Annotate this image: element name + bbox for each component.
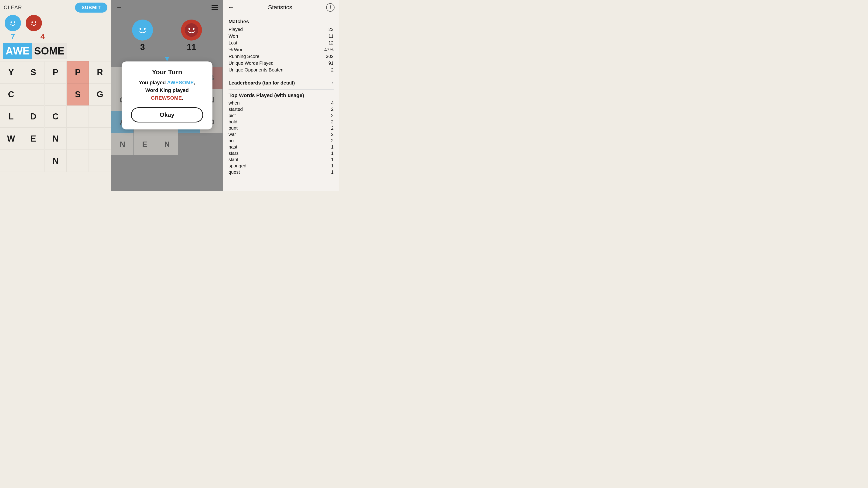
cell-2-2[interactable]: C <box>44 105 67 128</box>
word-bold: bold 2 <box>228 119 334 125</box>
hamburger-menu[interactable] <box>212 5 218 10</box>
stats-header: ← Statistics i <box>223 0 339 15</box>
mid-player2: 11 <box>181 20 202 52</box>
stats-title: Statistics <box>268 4 292 11</box>
cell-3-4[interactable] <box>89 128 111 150</box>
player1-avatar <box>5 15 21 31</box>
dialog-played2: played <box>171 87 189 93</box>
svg-point-7 <box>140 28 142 30</box>
word-nast: nast 1 <box>228 144 334 150</box>
word-slant: slant 1 <box>228 157 334 163</box>
word-sponged: sponged 1 <box>228 163 334 169</box>
top-words-title: Top Words Played (with usage) <box>228 92 334 98</box>
cell-1-1[interactable] <box>22 83 44 105</box>
cell-1-0[interactable]: C <box>0 83 22 105</box>
top-bar: CLEAR SUBMIT <box>0 0 111 15</box>
leaderboards-row[interactable]: Leaderboards (tap for detail) › <box>228 76 334 90</box>
cell-3-1[interactable]: E <box>22 128 44 150</box>
player1-face-icon <box>8 18 18 28</box>
word-pict: pict 2 <box>228 112 334 119</box>
mid-top-bar: ← <box>111 0 223 15</box>
submit-button[interactable]: SUBMIT <box>75 3 107 12</box>
dialog-word1: AWESOME <box>167 79 194 86</box>
cell-0-0[interactable]: Y <box>0 61 22 83</box>
cell-1-4[interactable]: G <box>89 83 111 105</box>
game-board-panel: CLEAR SUBMIT 7 4 A W <box>0 0 111 191</box>
dialog-you: You <box>139 79 148 86</box>
stat-unique-opponents: Unique Opponents Beaten 2 <box>228 67 334 73</box>
word-war: war 2 <box>228 131 334 138</box>
dialog-word2: GREWSOME <box>151 95 182 101</box>
mid-player2-score: 11 <box>187 42 196 52</box>
svg-point-1 <box>10 22 12 23</box>
cell-2-4[interactable] <box>89 105 111 128</box>
word-tile-blue: A W E <box>3 43 32 59</box>
cell-4-2[interactable]: N <box>44 150 67 172</box>
stat-played-value: 23 <box>329 27 334 32</box>
dialog-title: Your Turn <box>131 68 203 76</box>
cell-4-0[interactable] <box>0 150 22 172</box>
word-punt: punt 2 <box>228 125 334 131</box>
stat-unique-opponents-value: 2 <box>331 67 334 73</box>
stat-running-score-label: Running Score <box>228 54 259 59</box>
cell-2-3[interactable] <box>67 105 89 128</box>
leaderboards-label: Leaderboards (tap for detail) <box>228 80 295 86</box>
mid-players-row: 3 11 <box>111 20 223 52</box>
okay-button[interactable]: Okay <box>131 107 203 123</box>
word-tile-plain: S O M E <box>32 43 67 59</box>
dialog-wk: Word King <box>145 87 171 93</box>
statistics-panel: ← Statistics i Matches Played 23 Won 11 … <box>223 0 339 191</box>
svg-point-11 <box>193 28 194 30</box>
cell-3-0[interactable]: W <box>0 128 22 150</box>
svg-point-0 <box>8 18 18 28</box>
stats-body: Matches Played 23 Won 11 Lost 12 % Won 4… <box>223 15 339 179</box>
clear-button[interactable]: CLEAR <box>4 4 22 10</box>
cell-3-2[interactable]: N <box>44 128 67 150</box>
mid-panel: ← 3 <box>111 0 223 191</box>
cell-0-1[interactable]: S <box>22 61 44 83</box>
dialog-period: . <box>182 95 183 101</box>
cell-1-2[interactable] <box>44 83 67 105</box>
cell-0-2[interactable]: P <box>44 61 67 83</box>
word-display: A W E S O M E <box>3 43 108 59</box>
stat-played-label: Played <box>228 27 243 32</box>
svg-point-4 <box>31 22 33 23</box>
info-button[interactable]: i <box>326 3 335 12</box>
stat-lost-value: 12 <box>329 40 334 45</box>
stat-pct-won-label: % Won <box>228 47 243 53</box>
stat-unique-opponents-label: Unique Opponents Beaten <box>228 67 283 73</box>
stat-unique-words-label: Unique Words Played <box>228 61 274 66</box>
cell-0-4[interactable]: R <box>89 61 111 83</box>
player2-avatar <box>26 15 42 31</box>
stat-played: Played 23 <box>228 26 334 33</box>
cell-4-3[interactable] <box>67 150 89 172</box>
cell-0-3[interactable]: P <box>67 61 89 83</box>
dialog-played1: played <box>148 79 167 86</box>
mid-player2-avatar <box>181 20 202 40</box>
cell-4-1[interactable] <box>22 150 44 172</box>
mid-player1: 3 <box>132 20 153 52</box>
stat-unique-words-value: 91 <box>329 61 334 66</box>
cell-2-0[interactable]: L <box>0 105 22 128</box>
cell-4-4[interactable] <box>89 150 111 172</box>
scores-row: 7 4 <box>0 32 111 41</box>
stat-pct-won-value: 47% <box>324 47 334 53</box>
svg-point-5 <box>35 22 36 23</box>
word-quest: quest 1 <box>228 169 334 175</box>
svg-point-9 <box>185 23 198 37</box>
cell-2-1[interactable]: D <box>22 105 44 128</box>
cell-1-3[interactable]: S <box>67 83 89 105</box>
stat-running-score-value: 302 <box>326 54 334 59</box>
svg-point-8 <box>144 28 146 30</box>
mid-player1-avatar <box>132 20 153 40</box>
leaderboards-chevron-icon: › <box>332 79 334 86</box>
stats-back-button[interactable]: ← <box>227 4 234 11</box>
player1-score: 7 <box>5 32 21 41</box>
mid-back-button[interactable]: ← <box>116 4 123 11</box>
svg-point-2 <box>14 22 15 23</box>
svg-point-6 <box>136 23 149 37</box>
stat-pct-won: % Won 47% <box>228 46 334 53</box>
stat-won-value: 11 <box>329 34 334 39</box>
cell-3-3[interactable] <box>67 128 89 150</box>
game-grid[interactable]: Y S P P R C S G L D C W E N N <box>0 61 111 172</box>
